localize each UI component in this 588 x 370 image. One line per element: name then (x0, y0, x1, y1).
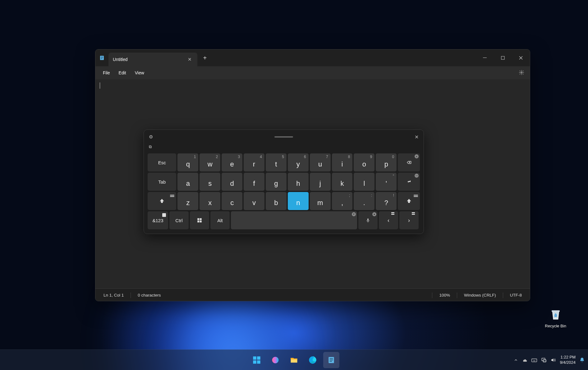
maximize-button[interactable] (494, 51, 512, 65)
tray-keyboard-icon[interactable] (531, 357, 537, 363)
key-space[interactable]: Y (231, 211, 357, 229)
copilot-icon[interactable] (267, 352, 283, 368)
svg-point-6 (521, 72, 522, 73)
status-char-count[interactable]: 0 characters (136, 293, 162, 297)
key-l[interactable]: l (354, 173, 374, 191)
key-g[interactable]: g (266, 173, 287, 191)
tray-network-icon[interactable] (541, 357, 547, 363)
start-button[interactable] (249, 352, 265, 368)
tray-chevron[interactable] (514, 358, 518, 362)
recycle-bin-label: Recycle Bin (545, 324, 566, 328)
key-period[interactable]: :. (354, 192, 374, 210)
key-left[interactable]: ‹ (379, 211, 398, 229)
svg-rect-30 (543, 360, 546, 362)
key-u[interactable]: 7u (310, 153, 331, 171)
svg-rect-8 (197, 218, 199, 220)
menu-edit[interactable]: Edit (114, 68, 131, 78)
text-caret (100, 82, 100, 89)
key-microphone[interactable]: ● (358, 211, 378, 229)
key-backspace[interactable]: x (398, 153, 420, 171)
key-n[interactable]: n (288, 192, 309, 210)
svg-rect-28 (532, 358, 537, 362)
key-q[interactable]: 1q (177, 153, 198, 171)
svg-rect-16 (412, 214, 415, 215)
key-s[interactable]: s (200, 173, 220, 191)
svg-rect-15 (412, 212, 415, 213)
key-o[interactable]: 9o (354, 153, 374, 171)
key-x[interactable]: x (200, 192, 220, 210)
recycle-bin-icon (549, 308, 563, 322)
key-esc[interactable]: Esc (148, 153, 176, 171)
close-button[interactable] (512, 51, 530, 65)
menu-file[interactable]: File (99, 68, 114, 78)
osk-drag-handle[interactable] (154, 136, 413, 138)
key-p[interactable]: 0p (376, 153, 397, 171)
tab-untitled[interactable]: Untitled ✕ (108, 53, 197, 66)
key-enter[interactable]: ⋯ (398, 173, 420, 191)
key-r[interactable]: 4r (244, 153, 264, 171)
key-t[interactable]: 5t (266, 153, 287, 171)
svg-rect-20 (253, 360, 256, 364)
tray-clock[interactable]: 1:22 PM 9/4/2024 (560, 355, 576, 365)
key-alt[interactable]: Alt (210, 211, 230, 229)
key-k[interactable]: k (332, 173, 353, 191)
tray-time: 1:22 PM (560, 355, 576, 360)
svg-rect-10 (197, 221, 199, 222)
tray-volume-icon[interactable] (550, 357, 556, 363)
menu-view[interactable]: View (131, 68, 149, 78)
svg-rect-19 (257, 356, 260, 360)
tab-close-icon[interactable]: ✕ (186, 55, 193, 63)
recycle-bin[interactable]: Recycle Bin (545, 308, 566, 328)
svg-rect-21 (257, 360, 260, 364)
status-encoding[interactable]: UTF-8 (509, 293, 523, 297)
key-h[interactable]: h (288, 173, 309, 191)
svg-rect-27 (330, 361, 332, 362)
key-v[interactable]: v (244, 192, 264, 210)
key-symbols[interactable]: &123 (148, 211, 168, 229)
key-apostrophe[interactable]: "' (376, 173, 397, 191)
svg-point-22 (272, 357, 279, 363)
titlebar[interactable]: Untitled ✕ + (95, 49, 530, 66)
status-line-ending[interactable]: Windows (CRLF) (463, 293, 497, 297)
osk-settings-icon[interactable]: ⚙ (148, 134, 154, 140)
notepad-app-icon (95, 55, 108, 61)
key-z[interactable]: z (177, 192, 198, 210)
key-right[interactable]: › (399, 211, 419, 229)
key-shift-right[interactable] (398, 192, 420, 210)
key-b[interactable]: b (266, 192, 287, 210)
key-j[interactable]: j (310, 173, 331, 191)
status-line-col[interactable]: Ln 1, Col 1 (102, 293, 125, 297)
svg-rect-9 (200, 218, 202, 220)
key-shift-left[interactable] (148, 192, 176, 210)
osk-expand-icon[interactable]: ⧉ (149, 144, 152, 149)
key-d[interactable]: d (222, 173, 242, 191)
key-f[interactable]: f (244, 173, 264, 191)
tray-notifications-icon[interactable] (579, 357, 585, 363)
tab-title: Untitled (113, 57, 127, 62)
key-ctrl[interactable]: Ctrl (169, 211, 189, 229)
key-w[interactable]: 2w (200, 153, 220, 171)
edge-icon[interactable] (305, 352, 321, 368)
statusbar: Ln 1, Col 1 0 characters 100% Windows (C… (95, 288, 530, 301)
key-c[interactable]: c (222, 192, 242, 210)
new-tab-button[interactable]: + (197, 54, 212, 62)
menubar: File Edit View (95, 66, 530, 79)
key-i[interactable]: 8i (332, 153, 353, 171)
tray-onedrive-icon[interactable] (522, 357, 527, 363)
key-e[interactable]: 3e (222, 153, 242, 171)
status-zoom[interactable]: 100% (438, 293, 451, 297)
key-a[interactable]: a (177, 173, 198, 191)
key-question[interactable]: !? (376, 192, 397, 210)
file-explorer-icon[interactable] (286, 352, 302, 368)
minimize-button[interactable] (476, 51, 494, 65)
key-y[interactable]: 6y (288, 153, 309, 171)
svg-rect-2 (101, 58, 103, 58)
settings-button[interactable] (516, 67, 527, 79)
notepad-taskbar-icon[interactable] (323, 352, 339, 368)
key-tab[interactable]: Tab (148, 173, 176, 191)
svg-rect-5 (501, 56, 504, 59)
key-comma[interactable]: ;, (332, 192, 353, 210)
key-win[interactable] (190, 211, 209, 229)
key-m[interactable]: m (310, 192, 331, 210)
osk-close-icon[interactable]: ✕ (413, 134, 420, 140)
